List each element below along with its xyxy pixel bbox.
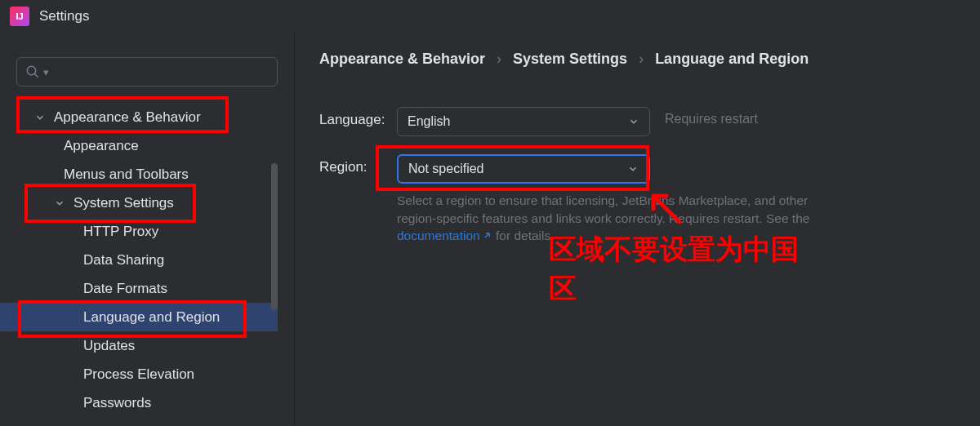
svg-line-1 — [34, 73, 38, 78]
language-hint: Requires restart — [665, 107, 758, 126]
tree-label: Appearance & Behavior — [54, 109, 201, 126]
tree-label: HTTP Proxy — [83, 224, 158, 240]
sidebar-item-date-formats[interactable]: Date Formats — [16, 274, 278, 303]
sidebar-item-data-sharing[interactable]: Data Sharing — [16, 246, 278, 274]
content-panel: Appearance & Behavior › System Settings … — [294, 33, 980, 426]
sidebar-item-system-settings[interactable]: System Settings — [16, 189, 278, 217]
settings-sidebar: ▾ Appearance & Behavior Appearance Menus… — [0, 33, 294, 426]
language-label: Language: — [319, 107, 397, 128]
external-link-icon — [482, 230, 492, 241]
tree-label: Menus and Toolbars — [64, 166, 189, 183]
sidebar-item-appearance-behavior[interactable]: Appearance & Behavior — [16, 103, 278, 131]
sidebar-item-language-region[interactable]: Language and Region — [16, 303, 278, 331]
svg-point-0 — [27, 66, 36, 75]
window-title: Settings — [39, 8, 89, 24]
breadcrumb-item[interactable]: System Settings — [513, 51, 627, 68]
documentation-link[interactable]: documentation — [397, 229, 492, 242]
sidebar-item-appearance[interactable]: Appearance — [16, 131, 278, 160]
sidebar-item-http-proxy[interactable]: HTTP Proxy — [16, 217, 278, 246]
tree-label: Language and Region — [83, 309, 220, 326]
chevron-right-icon: › — [497, 51, 501, 68]
dropdown-value: Not specified — [408, 162, 484, 176]
region-help-text: Select a region to ensure that licensing… — [397, 192, 813, 245]
tree-label: Data Sharing — [83, 252, 164, 268]
search-input[interactable]: ▾ — [16, 57, 278, 87]
breadcrumb-item[interactable]: Appearance & Behavior — [319, 51, 485, 68]
sidebar-item-passwords[interactable]: Passwords — [16, 388, 278, 417]
tree-label: Date Formats — [83, 281, 167, 297]
title-bar: IJ Settings — [0, 0, 980, 33]
chevron-right-icon: › — [639, 51, 644, 68]
chevron-down-icon — [628, 116, 639, 127]
tree-label: Updates — [83, 338, 135, 354]
tree-label: System Settings — [74, 195, 174, 211]
sidebar-scrollbar[interactable] — [271, 163, 278, 426]
breadcrumb-item: Language and Region — [655, 51, 808, 68]
region-label: Region: — [319, 154, 397, 175]
tree-label: Process Elevation — [83, 366, 194, 383]
language-dropdown[interactable]: English — [397, 107, 650, 136]
region-dropdown[interactable]: Not specified — [397, 154, 650, 184]
sidebar-item-menus-toolbars[interactable]: Menus and Toolbars — [16, 160, 278, 189]
sidebar-item-process-elevation[interactable]: Process Elevation — [16, 360, 278, 388]
search-icon — [25, 64, 40, 79]
tree-label: Passwords — [83, 395, 151, 411]
sidebar-item-updates[interactable]: Updates — [16, 331, 278, 360]
chevron-down-icon — [34, 112, 46, 123]
dropdown-value: English — [408, 114, 450, 129]
tree-label: Appearance — [64, 138, 139, 154]
chevron-down-icon — [54, 197, 65, 209]
app-icon: IJ — [10, 7, 29, 26]
chevron-down-icon — [627, 163, 639, 175]
breadcrumb: Appearance & Behavior › System Settings … — [319, 51, 956, 68]
settings-tree: Appearance & Behavior Appearance Menus a… — [16, 103, 278, 417]
